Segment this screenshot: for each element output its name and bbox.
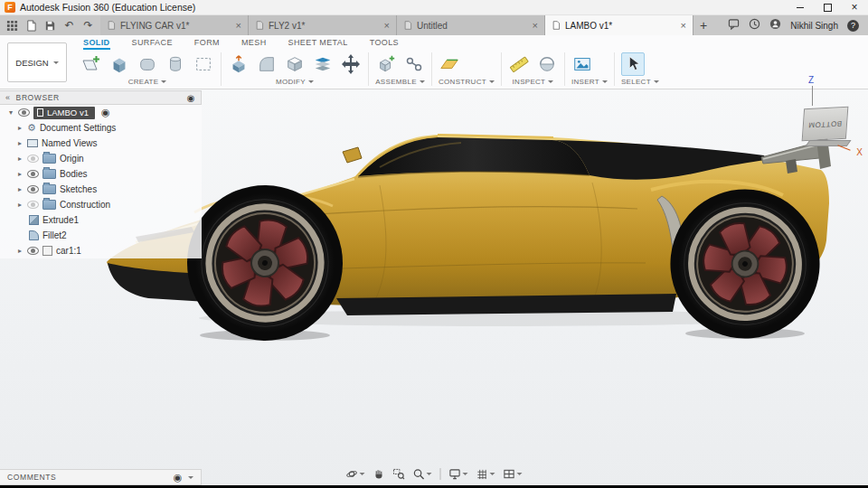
combine-icon[interactable] xyxy=(312,53,334,75)
construct-group-label[interactable]: CONSTRUCT xyxy=(439,78,495,86)
root-node-badge[interactable]: LAMBO v1 xyxy=(33,107,95,119)
visibility-eye-icon[interactable] xyxy=(27,170,39,178)
section-icon[interactable] xyxy=(536,53,558,75)
zoom-window-icon[interactable] xyxy=(391,466,408,482)
tab-form[interactable]: FORM xyxy=(194,38,220,50)
ribbon-body: SOLID SURFACE FORM MESH SHEET METAL TOOL… xyxy=(74,35,868,89)
browser-header: « BROWSER ◉ xyxy=(0,90,202,105)
browser-item-label: Extrude1 xyxy=(42,215,79,225)
select-cursor-icon[interactable] xyxy=(621,52,645,76)
tab-untitled[interactable]: Untitled × xyxy=(397,15,545,35)
construction-plane-icon[interactable] xyxy=(439,53,460,75)
ribbon-group-inspect: INSPECT xyxy=(502,50,564,89)
tab-sheet-metal[interactable]: SHEET METAL xyxy=(288,38,348,50)
tab-close-icon[interactable]: × xyxy=(681,20,686,31)
expand-icon[interactable]: ▸ xyxy=(16,170,24,178)
tab-close-icon[interactable]: × xyxy=(236,20,241,31)
browser-item-construction[interactable]: ▸ Construction xyxy=(0,197,202,212)
tab-mesh[interactable]: MESH xyxy=(241,38,267,50)
pattern-icon[interactable] xyxy=(193,53,214,75)
tab-close-icon[interactable]: × xyxy=(384,20,390,31)
tab-flying-car[interactable]: FLYING CAR v1* × xyxy=(100,15,249,35)
file-menu-icon[interactable] xyxy=(22,15,41,35)
viewcube[interactable]: Z BOTTOM X xyxy=(796,75,863,167)
undo-icon[interactable]: ↶ xyxy=(60,15,79,35)
grid-settings-icon[interactable] xyxy=(474,466,498,482)
modify-group-label[interactable]: MODIFY xyxy=(228,78,362,86)
joint-icon[interactable] xyxy=(403,53,425,75)
redo-icon[interactable]: ↷ xyxy=(79,15,98,35)
collapse-panel-icon[interactable]: « xyxy=(5,93,11,102)
expand-icon[interactable]: ▸ xyxy=(16,201,24,209)
create-sketch-icon[interactable] xyxy=(80,53,102,75)
tab-surface[interactable]: SURFACE xyxy=(132,38,173,50)
browser-item-extrude1[interactable]: Extrude1 xyxy=(0,212,202,228)
help-icon[interactable]: ? xyxy=(847,20,859,32)
browser-item-named-views[interactable]: ▸ Named Views xyxy=(0,136,202,151)
move-icon[interactable] xyxy=(340,53,362,75)
activate-component-icon[interactable]: ◉ xyxy=(101,108,110,117)
expand-icon[interactable]: ▸ xyxy=(16,139,24,147)
browser-root-row[interactable]: ▾ LAMBO v1 ◉ xyxy=(0,105,202,120)
browser-item-car1[interactable]: ▸ car1:1 xyxy=(0,243,202,258)
visibility-eye-icon[interactable] xyxy=(27,247,39,255)
minimize-button[interactable] xyxy=(787,0,814,14)
comments-bar[interactable]: COMMENTS ◉ xyxy=(0,469,202,485)
chevron-down-icon[interactable] xyxy=(188,476,193,479)
expand-icon[interactable]: ▸ xyxy=(16,247,24,255)
tab-fly2[interactable]: FLY2 v1* × xyxy=(249,15,397,35)
extrude-box-icon[interactable] xyxy=(108,53,130,75)
save-icon[interactable] xyxy=(41,15,60,35)
browser-item-fillet2[interactable]: Fillet2 xyxy=(0,228,202,243)
avatar-icon[interactable] xyxy=(769,17,781,33)
expand-icon[interactable]: ▾ xyxy=(7,108,14,117)
display-settings-icon[interactable] xyxy=(447,466,471,482)
insert-canvas-icon[interactable] xyxy=(571,53,593,75)
titlebar: F Autodesk Fusion 360 (Education License… xyxy=(0,0,868,15)
tab-lambo[interactable]: LAMBO v1* × xyxy=(545,15,693,35)
fillet-icon[interactable] xyxy=(256,53,278,75)
inspect-group-label[interactable]: INSPECT xyxy=(508,78,558,86)
comment-bubble-icon[interactable] xyxy=(728,17,740,33)
create-group-label[interactable]: CREATE xyxy=(80,78,214,86)
viewport-canvas[interactable]: Z BOTTOM X xyxy=(0,89,868,488)
browser-item-bodies[interactable]: ▸ Bodies xyxy=(0,166,202,182)
visibility-eye-icon[interactable] xyxy=(27,155,39,163)
expand-icon[interactable]: ▸ xyxy=(16,124,24,132)
browser-item-document-settings[interactable]: ▸ ⚙ Document Settings xyxy=(0,120,202,136)
visibility-eye-icon[interactable] xyxy=(27,185,39,193)
cylinder-icon[interactable] xyxy=(165,53,186,75)
close-button[interactable]: × xyxy=(841,0,868,14)
user-name[interactable]: Nikhil Singh xyxy=(790,21,838,31)
panel-options-icon[interactable]: ◉ xyxy=(187,93,195,103)
expand-icon[interactable]: ▸ xyxy=(16,155,24,163)
new-component-icon[interactable] xyxy=(375,53,397,75)
restore-button[interactable] xyxy=(814,0,841,14)
orbit-icon[interactable] xyxy=(344,466,368,482)
viewcube-side-face[interactable] xyxy=(806,140,852,146)
expand-icon[interactable]: ▸ xyxy=(16,185,24,193)
app-grid-icon[interactable] xyxy=(3,15,22,35)
measure-icon[interactable] xyxy=(508,53,530,75)
shell-icon[interactable] xyxy=(284,53,306,75)
browser-item-origin[interactable]: ▸ Origin xyxy=(0,151,202,166)
assemble-group-label[interactable]: ASSEMBLE xyxy=(375,78,425,86)
tab-solid[interactable]: SOLID xyxy=(83,38,110,50)
visibility-eye-icon[interactable] xyxy=(18,108,30,117)
insert-group-label[interactable]: INSERT xyxy=(571,78,608,86)
press-pull-icon[interactable] xyxy=(228,53,250,75)
tab-tools[interactable]: TOOLS xyxy=(370,38,399,50)
design-workspace-selector[interactable]: DESIGN xyxy=(7,42,67,82)
pan-icon[interactable] xyxy=(371,466,388,482)
comments-options-icon[interactable]: ◉ xyxy=(174,473,183,483)
tab-close-icon[interactable]: × xyxy=(533,20,538,31)
viewports-icon[interactable] xyxy=(501,466,525,482)
zoom-icon[interactable] xyxy=(410,466,435,482)
form-icon[interactable] xyxy=(137,53,158,75)
new-tab-button[interactable]: + xyxy=(693,15,713,35)
browser-item-sketches[interactable]: ▸ Sketches xyxy=(0,182,202,197)
visibility-eye-icon[interactable] xyxy=(27,201,39,209)
job-status-icon[interactable] xyxy=(749,17,760,33)
viewcube-face[interactable]: BOTTOM xyxy=(802,107,849,142)
select-group-label[interactable]: SELECT xyxy=(621,78,659,86)
